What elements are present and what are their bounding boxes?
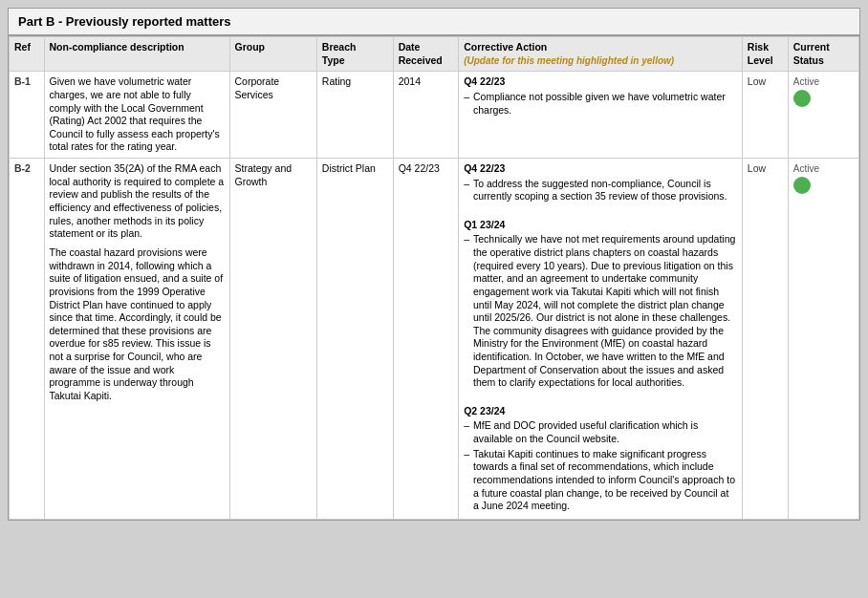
col-header-corrective: Corrective Action (Update for this meeti… xyxy=(459,37,743,72)
row-b1-date: 2014 xyxy=(393,72,458,159)
status-green-circle xyxy=(793,90,811,107)
table-header-row: Ref Non-compliance description Group Bre… xyxy=(10,37,859,72)
row-b2-desc: Under section 35(2A) of the RMA each loc… xyxy=(44,159,229,520)
row-b1-status: Active xyxy=(788,72,858,159)
col-header-ref: Ref xyxy=(10,37,45,72)
col-header-desc: Non-compliance description xyxy=(44,37,229,72)
table-row: B-2 Under section 35(2A) of the RMA each… xyxy=(10,159,859,520)
corrective-note: (Update for this meeting highlighted in … xyxy=(464,55,674,66)
panel: Part B - Previously reported matters Ref… xyxy=(8,8,860,521)
page-container: Part B - Previously reported matters Ref… xyxy=(0,0,868,528)
row-b2-corrective: Q4 22/23 – To address the suggested non-… xyxy=(459,159,743,520)
row-b1-corrective: Q4 22/23 – Compliance not possible given… xyxy=(459,72,743,159)
row-b2-status: Active xyxy=(788,159,858,520)
row-b1-breach: Rating xyxy=(316,72,393,159)
compliance-table: Ref Non-compliance description Group Bre… xyxy=(9,36,859,520)
row-b2-breach: District Plan xyxy=(316,159,393,520)
col-header-breach: BreachType xyxy=(316,37,393,72)
row-b1-desc: Given we have volumetric water charges, … xyxy=(44,72,229,159)
row-b1-risk: Low xyxy=(742,72,788,159)
row-b2-ref: B-2 xyxy=(10,159,45,520)
row-b2-risk: Low xyxy=(742,159,788,520)
panel-header: Part B - Previously reported matters xyxy=(9,9,859,36)
col-header-date: DateReceived xyxy=(393,37,458,72)
row-b2-date: Q4 22/23 xyxy=(393,159,458,520)
row-b2-group: Strategy and Growth xyxy=(229,159,316,520)
row-b1-bullet-1: – Compliance not possible given we have … xyxy=(464,91,737,117)
col-header-group: Group xyxy=(229,37,316,72)
status-green-circle-b2 xyxy=(793,177,811,194)
panel-title: Part B - Previously reported matters xyxy=(18,14,231,29)
row-b1-ref: B-1 xyxy=(10,72,45,159)
col-header-risk: RiskLevel xyxy=(742,37,788,72)
row-b1-group: Corporate Services xyxy=(229,72,316,159)
table-row: B-1 Given we have volumetric water charg… xyxy=(10,72,859,159)
row-b1-corrective-q: Q4 22/23 xyxy=(464,75,737,89)
col-header-status: CurrentStatus xyxy=(788,37,858,72)
